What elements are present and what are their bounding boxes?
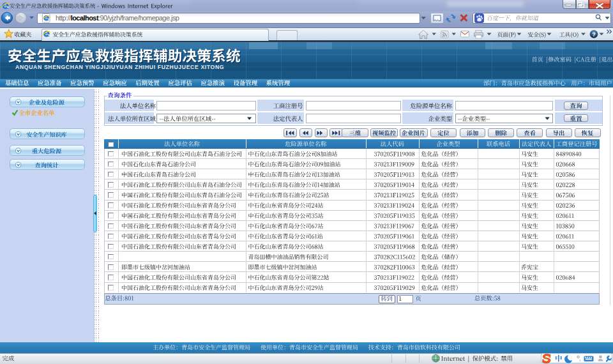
svg-text:?: ?: [592, 31, 595, 38]
